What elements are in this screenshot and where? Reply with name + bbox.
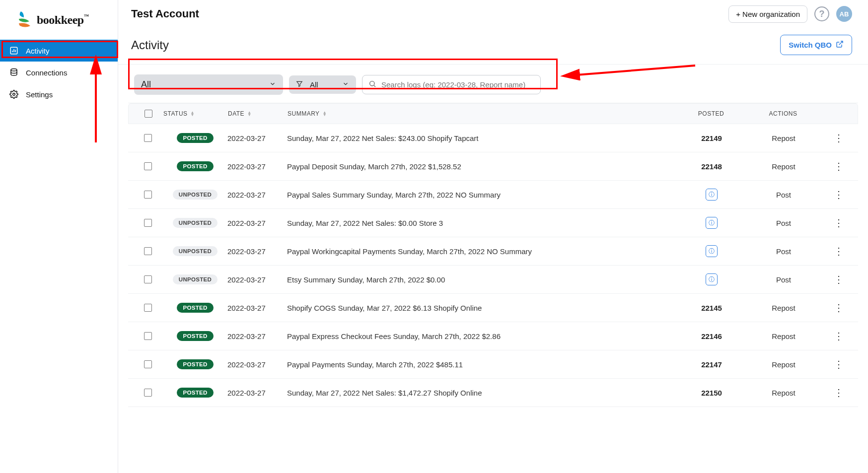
row-menu-icon[interactable]: ⋮ bbox=[834, 387, 843, 399]
posted-id: 22148 bbox=[701, 162, 722, 171]
col-status: STATUS▲▼ bbox=[163, 110, 228, 117]
sidebar-item-label: Activity bbox=[26, 47, 50, 55]
row-checkbox[interactable] bbox=[144, 389, 152, 397]
row-menu-icon[interactable]: ⋮ bbox=[834, 217, 843, 229]
cell-date: 2022-03-27 bbox=[227, 134, 287, 142]
row-menu-icon[interactable]: ⋮ bbox=[834, 160, 843, 172]
chevron-down-icon bbox=[269, 79, 276, 90]
funnel-icon bbox=[296, 80, 303, 89]
select-all-checkbox[interactable] bbox=[145, 110, 152, 118]
table-header: STATUS▲▼ DATE▲▼ SUMMARY▲▼ POSTED ACTIONS bbox=[128, 103, 858, 124]
filter-primary-value: All bbox=[141, 79, 151, 90]
row-checkbox[interactable] bbox=[144, 247, 152, 255]
status-badge: UNPOSTED bbox=[173, 274, 217, 284]
posted-id: 22149 bbox=[701, 134, 722, 142]
row-checkbox[interactable] bbox=[144, 191, 152, 199]
table-row: POSTED2022-03-27Sunday, Mar 27, 2022 Net… bbox=[128, 379, 858, 407]
cell-summary: Sunday, Mar 27, 2022 Net Sales: $0.00 St… bbox=[287, 219, 679, 227]
posted-id: 22146 bbox=[701, 332, 722, 340]
status-badge: POSTED bbox=[177, 359, 213, 369]
row-checkbox[interactable] bbox=[144, 332, 152, 340]
row-checkbox[interactable] bbox=[144, 304, 152, 312]
table-row: POSTED2022-03-27Sunday, Mar 27, 2022 Net… bbox=[128, 124, 858, 152]
info-icon[interactable]: ⓘ bbox=[706, 217, 718, 229]
row-menu-icon[interactable]: ⋮ bbox=[834, 358, 843, 370]
col-posted: POSTED bbox=[679, 110, 743, 117]
sort-icon[interactable]: ▲▼ bbox=[323, 111, 327, 116]
repost-button[interactable]: Repost bbox=[772, 389, 796, 397]
status-badge: POSTED bbox=[177, 161, 213, 171]
post-button[interactable]: Post bbox=[776, 275, 791, 284]
brand-logo[interactable]: bookkeep™ bbox=[0, 0, 118, 40]
cell-date: 2022-03-27 bbox=[227, 191, 287, 199]
cell-date: 2022-03-27 bbox=[227, 247, 287, 256]
row-checkbox[interactable] bbox=[144, 134, 152, 142]
post-button[interactable]: Post bbox=[776, 191, 791, 199]
cell-date: 2022-03-27 bbox=[227, 162, 287, 171]
info-icon[interactable]: ⓘ bbox=[706, 189, 718, 201]
post-button[interactable]: Post bbox=[776, 247, 791, 256]
page-title: Activity bbox=[131, 38, 169, 52]
row-checkbox[interactable] bbox=[144, 275, 152, 283]
sidebar-item-label: Connections bbox=[26, 68, 67, 77]
row-checkbox[interactable] bbox=[144, 219, 152, 227]
posted-id: 22145 bbox=[701, 304, 722, 312]
switch-qbo-button[interactable]: Switch QBO bbox=[780, 35, 852, 55]
new-organization-button[interactable]: + New organization bbox=[728, 5, 807, 23]
status-badge: UNPOSTED bbox=[173, 218, 217, 228]
help-icon[interactable]: ? bbox=[814, 6, 829, 21]
row-menu-icon[interactable]: ⋮ bbox=[834, 273, 843, 285]
filter-secondary-value: All bbox=[310, 80, 318, 89]
row-menu-icon[interactable]: ⋮ bbox=[834, 132, 843, 144]
cell-date: 2022-03-27 bbox=[227, 332, 287, 340]
repost-button[interactable]: Repost bbox=[772, 134, 796, 142]
table-row: POSTED2022-03-27Paypal Payments Sunday, … bbox=[128, 350, 858, 379]
filters-bar: All All bbox=[121, 68, 865, 103]
status-badge: UNPOSTED bbox=[173, 246, 217, 256]
repost-button[interactable]: Repost bbox=[772, 360, 796, 369]
page-header: Activity Switch QBO bbox=[118, 28, 868, 65]
chart-icon bbox=[9, 46, 19, 56]
brand-mark-icon bbox=[17, 10, 32, 29]
sort-icon[interactable]: ▲▼ bbox=[247, 111, 251, 116]
svg-point-1 bbox=[11, 69, 17, 71]
table-row: POSTED2022-03-27Shopify COGS Sunday, Mar… bbox=[128, 294, 858, 322]
gear-icon bbox=[9, 89, 19, 99]
main-content: Test Account + New organization ? AB Act… bbox=[118, 0, 868, 473]
info-icon[interactable]: ⓘ bbox=[706, 245, 718, 257]
switch-qbo-label: Switch QBO bbox=[789, 41, 832, 49]
cell-date: 2022-03-27 bbox=[227, 389, 287, 397]
info-icon[interactable]: ⓘ bbox=[706, 273, 718, 285]
cell-summary: Shopify COGS Sunday, Mar 27, 2022 $6.13 … bbox=[287, 304, 679, 312]
row-checkbox[interactable] bbox=[144, 360, 152, 368]
sidebar-item-activity[interactable]: Activity bbox=[0, 40, 118, 62]
avatar[interactable]: AB bbox=[836, 6, 852, 22]
sidebar-item-settings[interactable]: Settings bbox=[0, 83, 118, 105]
cell-summary: Paypal Sales Summary Sunday, March 27th,… bbox=[287, 191, 679, 199]
row-menu-icon[interactable]: ⋮ bbox=[834, 330, 843, 342]
col-date: DATE▲▼ bbox=[228, 110, 288, 117]
sidebar-item-connections[interactable]: Connections bbox=[0, 62, 118, 83]
search-input-wrap[interactable] bbox=[362, 75, 541, 94]
table-row: POSTED2022-03-27Paypal Deposit Sunday, M… bbox=[128, 152, 858, 181]
sidebar-nav: Activity Connections Settings bbox=[0, 40, 118, 105]
cell-date: 2022-03-27 bbox=[227, 275, 287, 284]
sort-icon[interactable]: ▲▼ bbox=[191, 111, 195, 116]
filter-secondary-select[interactable]: All bbox=[289, 75, 356, 94]
row-menu-icon[interactable]: ⋮ bbox=[834, 189, 843, 201]
external-link-icon bbox=[836, 40, 844, 50]
row-menu-icon[interactable]: ⋮ bbox=[834, 302, 843, 314]
repost-button[interactable]: Repost bbox=[772, 332, 796, 340]
search-input[interactable] bbox=[381, 80, 534, 89]
status-badge: POSTED bbox=[177, 133, 213, 143]
filter-primary-select[interactable]: All bbox=[134, 74, 283, 95]
cell-summary: Paypal Express Checkout Fees Sunday, Mar… bbox=[287, 332, 679, 340]
row-menu-icon[interactable]: ⋮ bbox=[834, 245, 843, 257]
repost-button[interactable]: Repost bbox=[772, 162, 796, 171]
table-row: UNPOSTED2022-03-27Etsy Summary Sunday, M… bbox=[128, 266, 858, 294]
row-checkbox[interactable] bbox=[144, 162, 152, 170]
cell-summary: Paypal Deposit Sunday, March 27th, 2022 … bbox=[287, 162, 679, 171]
cell-summary: Sunday, Mar 27, 2022 Net Sales: $243.00 … bbox=[287, 134, 679, 142]
repost-button[interactable]: Repost bbox=[772, 304, 796, 312]
post-button[interactable]: Post bbox=[776, 219, 791, 227]
